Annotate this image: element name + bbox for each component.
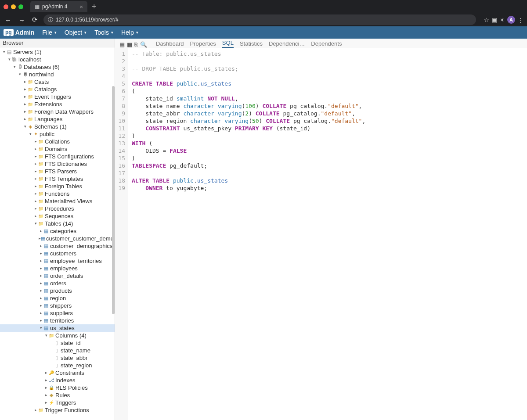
tree-table-territories[interactable]: ▸territories: [0, 317, 115, 324]
tree-toggle-icon[interactable]: ▸: [44, 377, 48, 384]
tree-toggle-icon[interactable]: ▸: [44, 399, 48, 406]
code-line[interactable]: CONSTRAINT us_states_pkey PRIMARY KEY (s…: [132, 125, 365, 132]
window-controls[interactable]: [4, 4, 23, 9]
tree-columns-4-[interactable]: ▾Columns (4): [0, 332, 115, 339]
tree-toggle-icon[interactable]: ▸: [33, 153, 38, 160]
tree-toggle-icon[interactable]: ▸: [39, 227, 43, 235]
tree-toggle-icon[interactable]: ▸: [33, 197, 38, 205]
tree-table-customers[interactable]: ▸customers: [0, 250, 115, 257]
menu-help[interactable]: Help: [121, 29, 138, 36]
reload-button[interactable]: ⟳: [31, 16, 39, 24]
tree-indexes[interactable]: ▸Indexes: [0, 377, 115, 384]
code-line[interactable]: state_region character varying(50) COLLA…: [132, 117, 365, 125]
code-line[interactable]: state_abbr character varying(2) COLLATE …: [132, 110, 365, 117]
tree-toggle-icon[interactable]: ▸: [39, 287, 43, 294]
extensions-icon[interactable]: ✴: [500, 17, 505, 23]
tree-servers-1-[interactable]: ▾Servers (1): [0, 48, 115, 56]
tree-trigger-functions[interactable]: ▸Trigger Functions: [0, 406, 115, 414]
tree-toggle-icon[interactable]: ▸: [44, 391, 48, 399]
tree-toggle-icon[interactable]: ▸: [39, 272, 43, 280]
tree-toggle-icon[interactable]: ▾: [33, 220, 38, 227]
tree-toggle-icon[interactable]: ▾: [44, 332, 48, 339]
tree-extensions[interactable]: ▸Extensions: [0, 101, 115, 108]
sql-code[interactable]: -- Table: public.us_states -- DROP TABLE…: [128, 48, 369, 420]
tree-toggle-icon[interactable]: ▸: [23, 115, 27, 123]
tree-foreign-data-wrappers[interactable]: ▸Foreign Data Wrappers: [0, 108, 115, 115]
tree-toggle-icon[interactable]: ▸: [39, 309, 43, 317]
tree-toggle-icon[interactable]: ▾: [23, 123, 27, 130]
close-tab-icon[interactable]: ×: [79, 4, 83, 10]
menu-tools[interactable]: Tools: [94, 29, 113, 36]
tree-rules[interactable]: ▸Rules: [0, 391, 115, 399]
tab-dashboard[interactable]: Dashboard: [156, 40, 184, 48]
tree-toggle-icon[interactable]: ▸: [39, 317, 43, 324]
tree-toggle-icon[interactable]: ▾: [7, 56, 11, 63]
tree-toggle-icon[interactable]: ▸: [33, 190, 38, 197]
tree-toggle-icon[interactable]: ▸: [39, 294, 43, 302]
tree-toggle-icon[interactable]: ▸: [23, 86, 27, 93]
tree-table-shippers[interactable]: ▸shippers: [0, 302, 115, 309]
tree-toggle-icon[interactable]: ▸: [44, 384, 48, 391]
code-line[interactable]: state_id smallint NOT NULL,: [132, 95, 365, 102]
code-line[interactable]: [132, 72, 365, 80]
sql-editor[interactable]: 12345678910111213141516171819 -- Table: …: [115, 48, 527, 420]
tab-properties[interactable]: Properties: [190, 40, 216, 48]
tree-northwind[interactable]: ▾northwind: [0, 71, 115, 78]
forward-button[interactable]: →: [17, 16, 26, 24]
address-bar[interactable]: ⓘ 127.0.0.1:56119/browser/#: [43, 14, 476, 25]
tree-table-categories[interactable]: ▸categories: [0, 227, 115, 235]
tree-fts-configurations[interactable]: ▸FTS Configurations: [0, 153, 115, 160]
code-line[interactable]: [132, 169, 365, 177]
tree-toggle-icon[interactable]: ▾: [39, 324, 43, 332]
tab-dependents[interactable]: Dependents: [311, 40, 342, 48]
menu-object[interactable]: Object: [65, 29, 87, 36]
tree-schemas-1-[interactable]: ▾Schemas (1): [0, 123, 115, 130]
tree-table-us_states[interactable]: ▾us_states: [0, 324, 115, 332]
tree-toggle-icon[interactable]: ▾: [12, 63, 17, 71]
toolbar-icon-3[interactable]: ⎘: [134, 41, 138, 48]
tree-toggle-icon[interactable]: ▾: [28, 130, 32, 138]
tree-sequences[interactable]: ▸Sequences: [0, 212, 115, 220]
maximize-window-icon[interactable]: [18, 4, 23, 9]
tree-fts-dictionaries[interactable]: ▸FTS Dictionaries: [0, 160, 115, 168]
tree-materialized-views[interactable]: ▸Materialized Views: [0, 197, 115, 205]
tree-constraints[interactable]: ▸Constraints: [0, 369, 115, 377]
tree-toggle-icon[interactable]: ▸: [44, 369, 48, 377]
toolbar-icon-1[interactable]: ▤: [119, 41, 125, 48]
tree-toggle-icon[interactable]: ▸: [39, 250, 43, 257]
search-icon[interactable]: 🔍: [140, 41, 147, 48]
tree-column-state_name[interactable]: state_name: [0, 347, 115, 354]
tree-toggle-icon[interactable]: ▸: [33, 175, 38, 183]
tree-catalogs[interactable]: ▸Catalogs: [0, 86, 115, 93]
tree-table-region[interactable]: ▸region: [0, 294, 115, 302]
tree-toggle-icon[interactable]: ▸: [33, 138, 38, 145]
code-line[interactable]: TABLESPACE pg_default;: [132, 162, 365, 169]
tree-foreign-tables[interactable]: ▸Foreign Tables: [0, 183, 115, 190]
profile-avatar[interactable]: A: [507, 16, 515, 24]
tree-toggle-icon[interactable]: ▸: [23, 93, 27, 101]
tree-column-state_region[interactable]: state_region: [0, 362, 115, 369]
tree-tables-14-[interactable]: ▾Tables (14): [0, 220, 115, 227]
tree-table-orders[interactable]: ▸orders: [0, 280, 115, 287]
tree-toggle-icon[interactable]: ▸: [39, 257, 43, 265]
tree-procedures[interactable]: ▸Procedures: [0, 205, 115, 212]
tree-rls-policies[interactable]: ▸RLS Policies: [0, 384, 115, 391]
tree-toggle-icon[interactable]: ▸: [33, 160, 38, 168]
new-tab-button[interactable]: +: [90, 2, 98, 11]
minimize-window-icon[interactable]: [11, 4, 16, 9]
tree-event-triggers[interactable]: ▸Event Triggers: [0, 93, 115, 101]
tree-fts-parsers[interactable]: ▸FTS Parsers: [0, 168, 115, 175]
menu-file[interactable]: File: [42, 29, 57, 36]
menu-icon[interactable]: ⋮: [518, 17, 523, 23]
tree-toggle-icon[interactable]: ▸: [33, 406, 38, 414]
tree-localhost[interactable]: ▾localhost: [0, 56, 115, 63]
tree-table-order_details[interactable]: ▸order_details: [0, 272, 115, 280]
code-line[interactable]: CREATE TABLE public.us_states: [132, 80, 365, 87]
tree-toggle-icon[interactable]: ▸: [33, 168, 38, 175]
code-line[interactable]: ALTER TABLE public.us_states: [132, 177, 365, 184]
tree-domains[interactable]: ▸Domains: [0, 145, 115, 153]
tab-sql[interactable]: SQL: [222, 39, 234, 48]
tree-toggle-icon[interactable]: ▸: [39, 302, 43, 309]
tree-column-state_id[interactable]: state_id: [0, 339, 115, 347]
code-line[interactable]: (: [132, 87, 365, 95]
